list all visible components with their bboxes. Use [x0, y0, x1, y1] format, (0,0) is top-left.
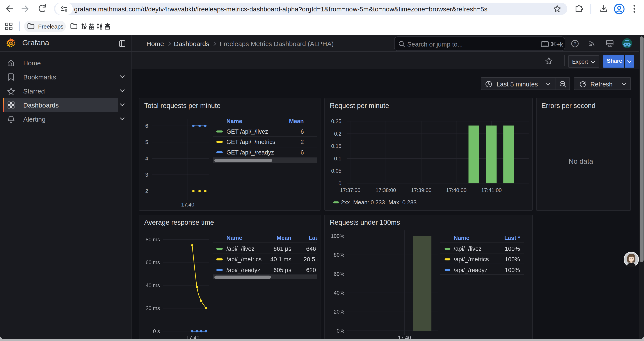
svg-text:Mean: Mean — [289, 118, 304, 125]
svg-text:661 µs: 661 µs — [274, 246, 292, 252]
svg-text:6: 6 — [145, 123, 148, 129]
svg-text:17:40: 17:40 — [398, 335, 411, 339]
svg-text:Name: Name — [226, 235, 242, 241]
svg-text:GET /api/_/readyz: GET /api/_/readyz — [226, 149, 274, 156]
svg-text:Last *: Last * — [504, 235, 520, 241]
svg-text:60 ms: 60 ms — [146, 260, 160, 265]
svg-text:Mean: Mean — [277, 235, 291, 241]
svg-text:0.25: 0.25 — [331, 119, 342, 124]
svg-text:4: 4 — [145, 156, 148, 162]
svg-text:5: 5 — [145, 139, 148, 145]
svg-text:?: ? — [574, 41, 576, 46]
svg-text:/api/_/readyz: /api/_/readyz — [454, 267, 488, 274]
svg-text:0 s: 0 s — [153, 328, 160, 334]
svg-text:0%: 0% — [337, 328, 344, 334]
svg-text:40%: 40% — [334, 290, 344, 296]
svg-text:646: 646 — [306, 246, 316, 252]
svg-text:Max: 0.233: Max: 0.233 — [388, 199, 417, 206]
svg-text:Mean: 0.233: Mean: 0.233 — [353, 199, 385, 206]
svg-text:0.15: 0.15 — [331, 143, 342, 149]
svg-text:17:40: 17:40 — [186, 335, 200, 339]
svg-text:6: 6 — [300, 149, 304, 156]
svg-text:100%: 100% — [505, 256, 520, 263]
svg-text:20%: 20% — [334, 309, 344, 315]
svg-text:/api/_/metrics: /api/_/metrics — [454, 256, 489, 263]
svg-text:/api/_/readyz: /api/_/readyz — [226, 267, 260, 274]
svg-text:Name: Name — [226, 118, 242, 125]
svg-text:2xx: 2xx — [341, 199, 350, 206]
svg-text:80 ms: 80 ms — [146, 237, 160, 242]
svg-text:40.1 ms: 40.1 ms — [270, 256, 291, 263]
svg-text:Name: Name — [454, 235, 470, 241]
svg-text:3: 3 — [145, 172, 148, 178]
svg-text:100%: 100% — [505, 267, 520, 274]
svg-text:0: 0 — [339, 180, 342, 186]
svg-text:0.1: 0.1 — [334, 156, 342, 162]
svg-text:17:37:00: 17:37:00 — [340, 187, 360, 193]
svg-text:2: 2 — [145, 188, 148, 194]
svg-text:100%: 100% — [505, 246, 520, 252]
svg-text:17:40: 17:40 — [181, 202, 194, 208]
svg-text:2: 2 — [300, 139, 304, 146]
svg-text:80%: 80% — [334, 252, 344, 258]
svg-text:GET /api/_/livez: GET /api/_/livez — [226, 129, 268, 135]
svg-text:40 ms: 40 ms — [146, 283, 160, 288]
svg-text:0.2: 0.2 — [334, 131, 342, 137]
svg-text:605 µs: 605 µs — [274, 267, 292, 274]
svg-text:/api/_/livez: /api/_/livez — [454, 246, 482, 252]
svg-text:GET /api/_/metrics: GET /api/_/metrics — [226, 139, 275, 146]
svg-text:17:38:00: 17:38:00 — [376, 187, 396, 193]
svg-text:0.05: 0.05 — [331, 168, 342, 174]
svg-text:/api/_/metrics: /api/_/metrics — [226, 256, 262, 263]
svg-text:20 ms: 20 ms — [146, 305, 160, 311]
svg-text:17:40:00: 17:40:00 — [446, 187, 466, 193]
svg-text:6: 6 — [300, 129, 304, 135]
svg-text:620: 620 — [306, 267, 316, 274]
svg-text:17:41:00: 17:41:00 — [481, 187, 502, 193]
svg-text:/api/_/livez: /api/_/livez — [226, 246, 254, 252]
svg-text:100%: 100% — [331, 233, 344, 239]
svg-text:17:39:00: 17:39:00 — [411, 187, 432, 193]
svg-text:60%: 60% — [334, 271, 344, 277]
